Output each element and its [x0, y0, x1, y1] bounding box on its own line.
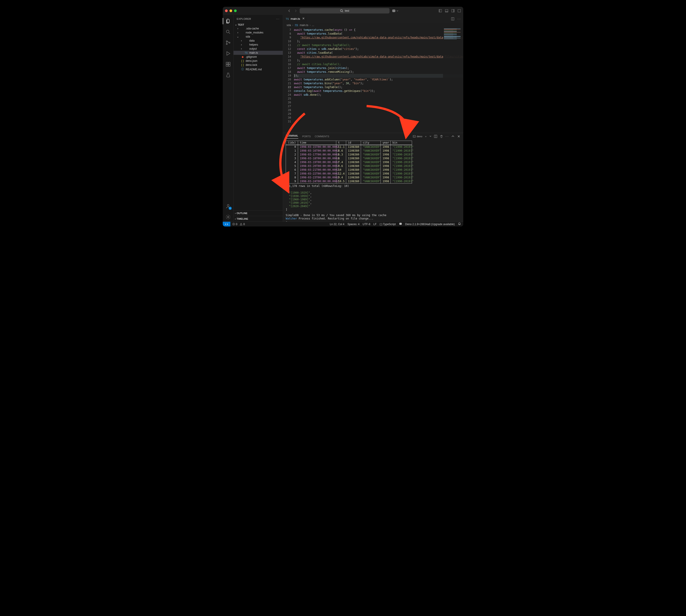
layout-icon-3[interactable] [451, 9, 455, 13]
panel-tab-ports[interactable]: PORTS [302, 135, 311, 138]
table-cell: 1998-03-20T00:00:00.000Z [298, 164, 336, 168]
tree-folder[interactable]: ›data [234, 39, 283, 43]
table-cell: "VANCOUVER" [361, 149, 381, 153]
watcher-line: Watcher Process finished. Restarting on … [286, 217, 460, 220]
maximize-window-button[interactable] [234, 9, 237, 12]
close-panel-icon[interactable] [457, 135, 460, 138]
table-cell: "VANCOUVER" [361, 179, 381, 183]
ts-file-icon: TS [244, 52, 248, 54]
nav-back-icon[interactable] [287, 9, 291, 13]
copilot-button[interactable] [392, 9, 399, 13]
maximize-panel-icon[interactable] [451, 135, 455, 138]
tree-file[interactable]: { }deno.lock [234, 63, 283, 67]
code-line: "https://raw.githubusercontent.com/nshia… [294, 36, 463, 40]
svg-point-8 [226, 30, 229, 33]
status-lang[interactable]: { } TypeScript [380, 223, 395, 226]
table-cell: "VANCOUVER" [361, 157, 381, 160]
tree-folder[interactable]: ›.sda-cache [234, 26, 283, 30]
svg-point-0 [341, 10, 343, 12]
status-encoding[interactable]: UTF-8 [363, 223, 370, 226]
sidebar-project-name: TEST [238, 23, 244, 26]
tree-folder[interactable]: ›output [234, 47, 283, 51]
status-copilot-icon[interactable] [399, 222, 402, 226]
activity-accounts[interactable]: 1 [223, 202, 234, 211]
tree-item-label: .sda-cache [246, 27, 259, 30]
code-line: ); [294, 59, 463, 63]
status-bell-icon[interactable] [458, 222, 461, 226]
status-spaces[interactable]: Spaces: 4 [347, 223, 359, 226]
tree-file[interactable]: TSmain.ts [234, 51, 283, 55]
minimize-window-button[interactable] [230, 9, 232, 12]
minimap[interactable] [443, 28, 463, 133]
panel-more-icon[interactable]: ··· [446, 135, 449, 138]
layout-icon-2[interactable] [445, 9, 448, 13]
layout-icon-1[interactable] [438, 9, 442, 13]
activity-source-control[interactable] [223, 38, 234, 47]
kill-terminal-icon[interactable] [440, 135, 443, 138]
editor-body[interactable]: 7891011121314151617181920212223242526272… [283, 28, 463, 133]
status-problems[interactable]: 0 0 [232, 223, 245, 226]
tree-file[interactable]: ⓘREADME.md [234, 67, 283, 72]
status-warnings: 0 [243, 223, 245, 226]
status-ln-col[interactable]: Ln 22, Col 4 [330, 223, 344, 226]
activity-extensions[interactable] [223, 60, 234, 69]
breadcrumb-item[interactable]: ... [312, 24, 314, 27]
split-editor-icon[interactable] [451, 17, 454, 21]
tree-folder[interactable]: ›helpers [234, 43, 283, 47]
tree-file[interactable]: { }deno.json [234, 59, 283, 63]
svg-point-16 [227, 204, 229, 206]
chevron-icon [240, 51, 243, 54]
activity-run-debug[interactable] [223, 49, 234, 58]
activity-search[interactable] [223, 27, 234, 37]
tree-folder[interactable]: ⌄sda [234, 35, 283, 39]
table-row: 21998-03-17T00:00:00.000Z6.31108380"VANC… [286, 153, 412, 157]
split-terminal-icon[interactable] [434, 135, 437, 138]
status-deno[interactable]: Deno 2.1.9+28834a8 (Upgrade available) [405, 223, 455, 226]
sidebar-project-header[interactable]: ⌄ TEST [234, 23, 283, 26]
panel-tab-comments[interactable]: COMMENTS [315, 135, 329, 138]
layout-icon-4[interactable] [457, 9, 461, 13]
status-eol[interactable]: LF [373, 223, 377, 226]
new-terminal-icon[interactable]: ＋ [425, 135, 427, 138]
activity-explorer[interactable] [223, 17, 234, 26]
sidebar-outline-header[interactable]: › OUTLINE [234, 210, 283, 216]
tree-folder[interactable]: ›node_modules [234, 30, 283, 35]
table-cell: "VANCOUVER" [361, 160, 381, 164]
status-lang-label: TypeScript [383, 223, 396, 226]
terminal-dropdown-icon[interactable] [429, 135, 432, 138]
command-center-search[interactable]: test [300, 8, 389, 14]
breadcrumb-item[interactable]: main.ts [300, 24, 308, 27]
editor-more-icon[interactable]: ··· [457, 17, 461, 20]
panel-tab-terminal[interactable]: TERMINAL [286, 134, 298, 139]
chevron-icon: › [236, 27, 239, 30]
sidebar-timeline-header[interactable]: › TIMELINE [234, 216, 283, 221]
close-window-button[interactable] [225, 9, 228, 12]
table-cell: 9 [286, 179, 298, 183]
table-cell: 1998-03-24T00:00:00.000Z [298, 179, 336, 183]
breadcrumbs[interactable]: sda › TS main.ts › ... [283, 23, 463, 28]
table-header: t [336, 141, 346, 145]
table-cell: 1108380 [346, 164, 361, 168]
table-cell: 1998 [381, 149, 391, 153]
breadcrumb-item[interactable]: sda [286, 24, 291, 27]
nav-forward-icon[interactable] [294, 9, 297, 13]
terminal-output[interactable]: (idx)timetidcityyearbin01998-03-15T00:00… [283, 140, 463, 221]
sidebar-more-icon[interactable]: ··· [276, 18, 280, 20]
remote-indicator[interactable] [223, 222, 230, 226]
code-line: ); [294, 40, 463, 43]
code-content[interactable]: await temperatures.cache(async () => { a… [294, 28, 463, 133]
table-cell: "VANCOUVER" [361, 176, 381, 179]
code-line: await temperatures.loadData( [294, 32, 463, 36]
tab-main-ts[interactable]: TS main.ts [283, 15, 308, 23]
activity-testing[interactable] [223, 70, 234, 80]
table-header: city [361, 141, 381, 145]
terminal-profile[interactable]: deno [413, 135, 422, 138]
chevron-right-icon: › [235, 212, 236, 215]
table-cell: 1998 [381, 172, 391, 176]
table-cell: 10.5 [336, 179, 346, 183]
close-tab-icon[interactable] [302, 17, 305, 21]
code-line: console.log(await temperatures.getUnique… [294, 89, 463, 93]
search-text: test [345, 9, 349, 13]
tree-file[interactable]: ◆.gitignore [234, 55, 283, 59]
activity-settings[interactable] [223, 213, 234, 221]
